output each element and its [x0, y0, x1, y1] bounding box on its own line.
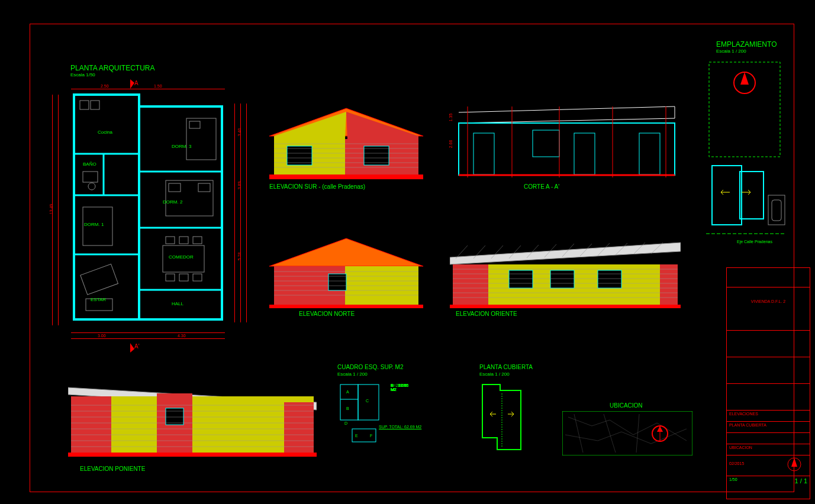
area-total: SUP. TOTAL: 62.69 M2 [379, 425, 421, 429]
title-block: VIVIENDA D.F.L. 2 ELEVACIONES PLANTA CUB… [726, 267, 810, 499]
svg-rect-43 [473, 133, 494, 175]
svg-rect-80 [509, 270, 533, 288]
elev-east-title: ELEVACION ORIENTE [456, 311, 517, 317]
dim: 1.50 [154, 84, 162, 88]
site-plan [703, 56, 792, 245]
tb-scale: 1/50 [729, 477, 737, 489]
tb-sheetno: 1 / 1 [795, 477, 807, 489]
area-table-scale: Escala 1 / 200 [337, 371, 368, 377]
section-title: CORTE A - A' [524, 183, 559, 190]
svg-rect-82 [598, 270, 621, 288]
svg-text:D: D [344, 421, 347, 425]
svg-rect-26 [80, 264, 118, 295]
roof-plan-title: PLANTA CUBIERTA [479, 364, 533, 370]
area-schematic: A B C D E F [337, 382, 385, 447]
svg-rect-45 [574, 133, 595, 175]
site-street: Eje Calle Pradenas [737, 240, 772, 244]
svg-point-11 [88, 183, 95, 190]
svg-text:A: A [346, 390, 349, 394]
floorplan-title: PLANTA ARQUITECTURA [70, 64, 154, 72]
svg-rect-35 [269, 175, 423, 179]
svg-rect-93 [71, 396, 111, 453]
room-estar: ESTAR [91, 297, 106, 302]
dim: 2.50 [101, 84, 109, 88]
dim: 5.78 [237, 253, 241, 261]
svg-text:B: B [346, 406, 349, 411]
svg-rect-55 [345, 266, 418, 305]
section-arrow [127, 342, 139, 354]
svg-rect-79 [660, 264, 678, 305]
svg-text:E: E [355, 434, 358, 438]
tb-date: 02/2015 [729, 461, 744, 466]
svg-rect-44 [533, 130, 559, 157]
svg-rect-9 [80, 101, 89, 109]
svg-text:C: C [366, 399, 369, 403]
room-dorm1: DORM. 1 [84, 222, 104, 227]
svg-rect-25 [193, 274, 202, 281]
svg-rect-95 [284, 402, 314, 453]
roof-plan [479, 382, 539, 458]
dim-total: 13.49 [49, 204, 53, 215]
dim-line [234, 104, 235, 322]
dim: 1.35 [449, 114, 453, 122]
elevation-west [68, 376, 317, 461]
svg-rect-118 [562, 411, 692, 455]
roof-plan-scale: Escala 1 / 200 [479, 371, 510, 377]
svg-rect-16 [169, 183, 181, 192]
elevation-east [450, 234, 681, 308]
dim-line [240, 104, 241, 322]
svg-rect-96 [166, 408, 183, 425]
svg-rect-15 [166, 180, 213, 216]
site-plan-scale: Escala 1 / 200 [716, 49, 746, 54]
dim-line [246, 104, 247, 322]
svg-rect-10 [91, 101, 99, 109]
elev-north-title: ELEVACION NORTE [299, 311, 355, 317]
tb-sheet: ELEVACIONES [729, 412, 758, 416]
svg-rect-78 [453, 264, 488, 305]
svg-rect-24 [179, 274, 188, 281]
dim-line [58, 95, 59, 325]
tb-sheet: UBICACION [729, 445, 752, 450]
svg-rect-46 [639, 133, 660, 175]
svg-rect-42 [459, 123, 675, 175]
svg-rect-13 [186, 118, 216, 160]
svg-rect-106 [340, 385, 358, 420]
dim-line [71, 338, 225, 339]
svg-rect-83 [450, 305, 681, 308]
dim-line [71, 89, 225, 89]
north-arrow-icon [782, 456, 806, 473]
section-arrow [127, 78, 139, 90]
elevation-north [269, 234, 423, 308]
svg-marker-53 [269, 238, 423, 266]
svg-rect-123 [712, 166, 742, 225]
svg-rect-22 [193, 237, 202, 244]
dim: 3.89 [237, 182, 241, 190]
svg-rect-21 [179, 237, 188, 244]
room-hall: HALL [172, 301, 183, 306]
svg-rect-34 [364, 146, 389, 165]
elevation-south [269, 104, 423, 177]
elev-west-title: ELEVACION PONIENTE [80, 466, 145, 472]
room-comedor: COMEDOR [169, 254, 194, 260]
tb-sheet: PLANTA CUBIERTA [729, 423, 766, 427]
section-aa [456, 101, 681, 180]
location-map [562, 411, 692, 455]
svg-rect-81 [550, 270, 574, 288]
location-title: UBICACION [610, 402, 643, 409]
room-cocina: Cocina [98, 130, 112, 135]
svg-rect-23 [166, 274, 175, 281]
room-bano: BAÑO [83, 161, 96, 167]
svg-rect-20 [166, 237, 175, 244]
dim-line [71, 332, 225, 333]
room-dorm2: DORM. 2 [163, 199, 182, 205]
svg-rect-56 [269, 305, 423, 308]
svg-rect-12 [83, 172, 98, 182]
svg-rect-97 [68, 453, 317, 457]
svg-marker-29 [274, 112, 346, 139]
dim: 2.66 [449, 140, 453, 148]
room-dorm3: DORM. 3 [172, 144, 191, 149]
area-table-title: CUADRO ESQ. SUP. M2 [337, 364, 404, 370]
floorplan-scale: Escala 1/50 [70, 72, 95, 77]
tb-project: VIVIENDA D.F.L. 2 [751, 299, 785, 303]
svg-rect-126 [772, 200, 781, 221]
